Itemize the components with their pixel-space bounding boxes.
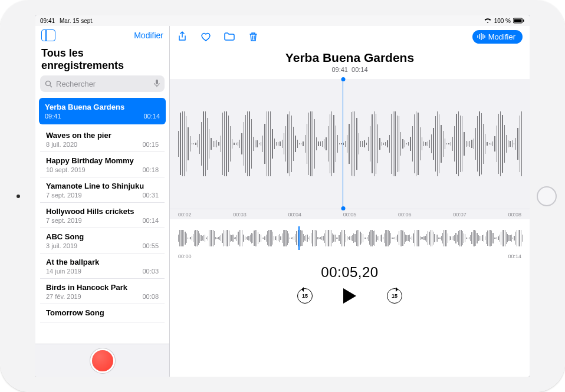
toggle-sidebar-icon[interactable] [41,29,55,41]
edit-recording-button[interactable]: Modifier [472,30,523,44]
recording-item-title: Waves on the pier [46,131,159,140]
recording-item-duration: 00:18 [142,166,159,173]
waveform-overview[interactable] [178,224,521,252]
recording-item-title: Happy Birthday Mommy [46,156,159,165]
recording-item-title: Hollywood Hills crickets [46,207,159,216]
ruler-tick: 00:02 [178,212,192,218]
svg-point-3 [46,81,51,85]
time-ruler: 00:0200:0300:0400:0500:0600:0700:08 [170,209,530,219]
recording-item-date: 27 fév. 2019 [46,293,81,300]
recording-item-date: 10 sept. 2019 [46,166,86,173]
favorite-icon[interactable] [201,31,211,42]
recording-subtitle: 09:41 00:14 [170,66,530,73]
ruler-tick: 00:07 [453,212,467,218]
recording-item-title: Yamanote Line to Shinjuku [46,182,159,190]
status-date: Mar. 15 sept. [60,18,94,24]
ruler-tick: 00:05 [343,212,357,218]
recordings-list[interactable]: Yerba Buena Gardens09:4100:14Waves on th… [35,95,169,344]
recording-item-title: At the ballpark [46,258,159,266]
recording-item-title: Birds in Hancock Park [46,283,159,292]
overview-playhead[interactable] [298,226,300,250]
svg-line-4 [50,85,52,87]
svg-rect-5 [156,80,158,84]
waveform-main[interactable] [170,79,530,209]
mic-icon[interactable] [154,80,160,88]
sidebar-title: Tous les enregistrements [35,44,169,75]
recording-item-date: 09:41 [45,113,61,120]
recording-item[interactable]: Waves on the pier8 juil. 202000:15 [40,127,165,152]
home-button[interactable] [537,186,557,206]
front-camera [17,195,20,198]
edit-recording-label: Modifier [488,32,515,41]
status-bar: 09:41 Mar. 15 sept. 100 % [35,15,530,26]
battery-icon [513,18,525,24]
recording-item-title: Tomorrow Song [46,308,159,317]
recording-item-title: ABC Song [46,232,159,241]
ruler-tick: 00:04 [288,212,301,218]
status-time: 09:41 [40,18,55,24]
waveform-icon [477,33,485,40]
recording-item-date: 8 juil. 2020 [46,141,77,148]
overview-end: 00:14 [508,253,521,259]
recording-item-duration: 00:03 [142,268,159,275]
record-button[interactable] [92,350,113,371]
battery-percent: 100 % [494,18,511,24]
recording-item[interactable]: Tomorrow Song [40,304,165,322]
recording-item[interactable]: ABC Song3 juil. 201900:55 [40,228,165,253]
recording-item-duration: 00:08 [142,293,159,300]
recording-item-date: 14 juin 2019 [46,268,81,275]
skip-back-button[interactable]: 15 [295,286,314,305]
recording-item-date: 3 juil. 2019 [46,242,77,249]
recording-item-duration: 00:15 [142,141,159,148]
recording-item-date: 7 sept. 2019 [46,192,82,199]
ruler-tick: 00:03 [233,212,247,218]
trash-icon[interactable] [248,31,258,42]
overview-start: 00:00 [178,253,192,259]
recording-item[interactable]: Yerba Buena Gardens09:4100:14 [39,98,166,124]
play-button[interactable] [340,286,359,305]
search-placeholder: Rechercher [56,80,96,88]
recording-item-duration: 00:14 [143,113,160,120]
recording-item[interactable]: Yamanote Line to Shinjuku7 sept. 201900:… [40,177,165,203]
recording-item[interactable]: At the ballpark14 juin 201900:03 [40,253,165,279]
sidebar-edit-button[interactable]: Modifier [134,31,163,40]
folder-icon[interactable] [224,31,235,42]
recording-item-title: Yerba Buena Gardens [45,103,160,111]
search-input[interactable]: Rechercher [40,75,165,92]
svg-rect-2 [523,19,524,22]
recording-item-duration: 00:14 [142,217,159,224]
recording-item-duration: 00:31 [142,192,159,199]
recording-item-date: 7 sept. 2019 [46,217,82,224]
search-icon [45,80,52,88]
recording-item[interactable]: Happy Birthday Mommy10 sept. 201900:18 [40,152,165,177]
ruler-tick: 00:06 [398,212,412,218]
recording-item[interactable]: Birds in Hancock Park27 fév. 201900:08 [40,279,165,304]
share-icon[interactable] [177,31,188,42]
ruler-tick: 00:08 [508,212,521,218]
recording-item-duration: 00:55 [142,242,159,249]
svg-rect-1 [514,19,522,22]
wifi-icon [484,18,492,24]
recording-item[interactable]: Hollywood Hills crickets7 sept. 201900:1… [40,203,165,228]
recording-title[interactable]: Yerba Buena Gardens [170,51,530,65]
current-time: 00:05,20 [170,264,530,281]
playhead[interactable] [343,79,344,209]
skip-forward-button[interactable]: 15 [385,286,404,305]
